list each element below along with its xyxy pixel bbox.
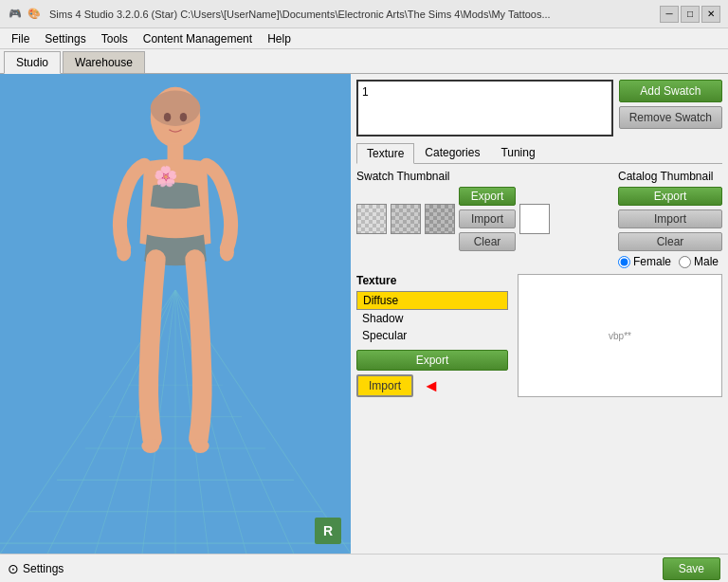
menu-tools[interactable]: Tools: [94, 30, 136, 47]
r-button[interactable]: R: [315, 518, 341, 544]
tab-studio[interactable]: Studio: [4, 51, 61, 74]
female-radio[interactable]: [618, 256, 630, 268]
catalog-thumbnail-label: Catalog Thumbnail: [618, 170, 722, 183]
main-content: 🌸: [0, 74, 728, 554]
swatch-thumbs-row: Export Import Clear: [356, 187, 609, 251]
catalog-export-button[interactable]: Export: [618, 187, 722, 206]
thumb-white-box: [519, 204, 550, 234]
thumb-box-3: [425, 204, 455, 234]
texture-item-specular[interactable]: Specular: [356, 327, 508, 344]
thumb-export-col: Export Import Clear: [459, 187, 516, 251]
save-button[interactable]: Save: [663, 557, 720, 580]
female-label: Female: [633, 255, 671, 268]
thumb-box-2: [391, 204, 421, 234]
app-icon-2: 🎨: [27, 7, 42, 22]
menu-file[interactable]: File: [4, 30, 37, 47]
add-swatch-button[interactable]: Add Swatch: [619, 80, 722, 102]
male-radio[interactable]: [679, 256, 691, 268]
svg-point-18: [117, 244, 131, 262]
swatch-export-button[interactable]: Export: [459, 187, 516, 206]
svg-point-22: [151, 91, 201, 127]
red-arrow-indicator: ◄: [423, 376, 440, 396]
settings-area: ⊙ Settings: [8, 561, 64, 576]
swatch-area: 1 Add Swatch Remove Swatch: [356, 80, 722, 136]
thumb-box-1: [356, 204, 387, 234]
svg-point-19: [220, 244, 234, 262]
texture-lower-section: Texture Diffuse Shadow Specular Export I…: [356, 274, 722, 397]
character-model: 🌸: [81, 83, 270, 510]
maximize-button[interactable]: □: [681, 6, 700, 23]
texture-item-diffuse[interactable]: Diffuse: [356, 291, 508, 310]
svg-text:🌸: 🌸: [154, 164, 178, 189]
texture-export-import: Export Import ◄: [356, 350, 508, 397]
texture-export-button[interactable]: Export: [356, 350, 508, 371]
minimize-button[interactable]: ─: [660, 6, 679, 23]
svg-point-24: [180, 113, 188, 121]
sub-tab-texture[interactable]: Texture: [356, 143, 414, 164]
catalog-buttons-group: Export Import Clear: [618, 187, 722, 251]
swatch-import-button[interactable]: Import: [459, 209, 516, 228]
texture-item-shadow[interactable]: Shadow: [356, 310, 508, 327]
texture-import-container: Import ◄: [356, 374, 508, 397]
app-icon-1: 🎮: [8, 7, 23, 22]
catalog-thumbnail-area: Catalog Thumbnail Export Import Clear Fe…: [618, 170, 722, 268]
catalog-import-button[interactable]: Import: [618, 209, 722, 228]
sub-tab-tuning[interactable]: Tuning: [490, 142, 545, 163]
male-label: Male: [694, 255, 719, 268]
svg-point-21: [191, 439, 209, 453]
menu-bar: File Settings Tools Content Management H…: [0, 28, 728, 49]
title-bar-app-icons: 🎮 🎨: [8, 7, 42, 22]
window-title: Sims 4 Studio 3.2.0.6 (Star) C:\Users\[U…: [49, 9, 660, 20]
texture-left-panel: Texture Diffuse Shadow Specular Export I…: [356, 274, 508, 397]
right-panel: 1 Add Swatch Remove Swatch Texture Categ…: [351, 74, 728, 554]
3d-viewport[interactable]: 🌸: [0, 74, 351, 554]
menu-settings[interactable]: Settings: [37, 30, 93, 47]
swatch-input-box: 1: [356, 80, 613, 136]
male-radio-label[interactable]: Male: [679, 255, 719, 268]
settings-icon: ⊙: [8, 561, 19, 576]
texture-import-button[interactable]: Import: [356, 374, 413, 397]
catalog-clear-button[interactable]: Clear: [618, 232, 722, 251]
swatch-number: 1: [362, 85, 369, 99]
remove-swatch-button[interactable]: Remove Swatch: [619, 106, 722, 129]
menu-help[interactable]: Help: [260, 30, 299, 47]
female-radio-label[interactable]: Female: [618, 255, 671, 268]
close-button[interactable]: ✕: [701, 6, 720, 23]
settings-label[interactable]: Settings: [23, 562, 64, 575]
viewport-panel: 🌸: [0, 74, 351, 554]
swatch-clear-button[interactable]: Clear: [459, 232, 516, 251]
texture-preview-area: vbp**: [518, 274, 722, 397]
sub-tabs-bar: Texture Categories Tuning: [356, 142, 722, 164]
sub-tab-categories[interactable]: Categories: [414, 142, 490, 163]
tab-warehouse[interactable]: Warehouse: [63, 51, 145, 73]
texture-top-section: Swatch Thumbnail Export Import Clear Cat…: [356, 170, 722, 268]
main-tabs: Studio Warehouse: [0, 49, 728, 74]
swatch-buttons-group: Add Swatch Remove Swatch: [619, 80, 722, 136]
window-controls: ─ □ ✕: [660, 6, 720, 23]
svg-point-20: [141, 439, 159, 453]
status-bar: ⊙ Settings Save: [0, 554, 728, 582]
svg-point-23: [164, 113, 172, 121]
texture-section-label: Texture: [356, 274, 508, 287]
gender-row: Female Male: [618, 255, 722, 268]
swatch-thumbnail-label: Swatch Thumbnail: [356, 170, 609, 183]
swatch-thumbnail-area: Swatch Thumbnail Export Import Clear: [356, 170, 609, 268]
menu-content-management[interactable]: Content Management: [136, 30, 260, 47]
preview-text: vbp**: [609, 331, 631, 341]
title-bar: 🎮 🎨 Sims 4 Studio 3.2.0.6 (Star) C:\User…: [0, 0, 728, 28]
